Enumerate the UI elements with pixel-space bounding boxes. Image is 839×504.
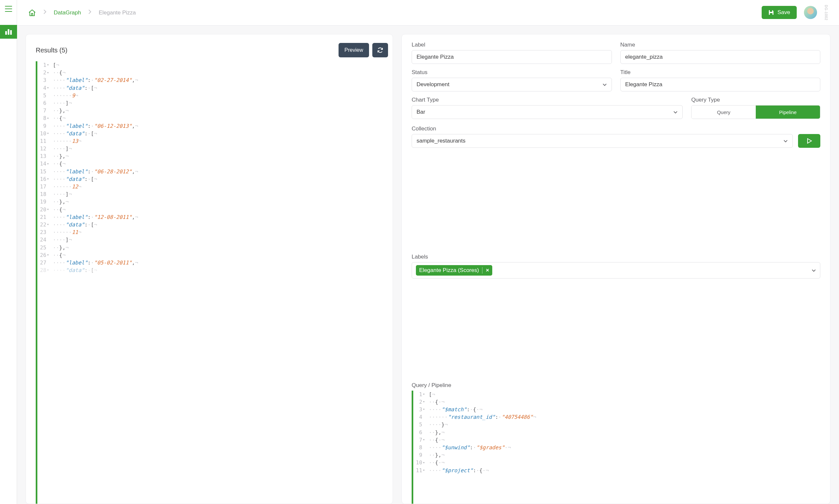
svg-rect-0 bbox=[5, 31, 7, 35]
results-title: Results (5) bbox=[36, 47, 68, 54]
labels-select[interactable]: Elegante Pizza (Scores) × bbox=[412, 262, 820, 278]
config-panel: Label Name Status Development bbox=[401, 34, 831, 504]
label-input[interactable] bbox=[412, 50, 612, 64]
menu-icon[interactable] bbox=[5, 6, 12, 12]
save-button[interactable]: Save bbox=[762, 6, 797, 19]
title-input[interactable] bbox=[620, 78, 821, 91]
chart-type-lbl: Chart Type bbox=[412, 97, 683, 103]
version-badge: DG-1002 bbox=[824, 5, 828, 21]
breadcrumb: DataGraph Elegante Pizza bbox=[28, 9, 136, 16]
status-lbl: Status bbox=[412, 69, 612, 76]
reports-nav-icon[interactable] bbox=[0, 25, 17, 39]
label-chip-text: Elegante Pizza (Scores) bbox=[419, 267, 479, 274]
name-input[interactable] bbox=[620, 50, 821, 64]
run-button[interactable] bbox=[798, 134, 820, 148]
svg-rect-2 bbox=[10, 30, 12, 35]
query-type-lbl: Query Type bbox=[691, 97, 820, 103]
home-icon[interactable] bbox=[28, 9, 36, 16]
collection-value: sample_restaurants bbox=[416, 138, 465, 144]
label-lbl: Label bbox=[412, 42, 612, 48]
chart-type-value: Bar bbox=[416, 109, 425, 115]
query-type-option-pipeline[interactable]: Pipeline bbox=[756, 106, 820, 119]
labels-lbl: Labels bbox=[412, 254, 820, 260]
breadcrumb-link[interactable]: DataGraph bbox=[54, 10, 81, 16]
status-select[interactable]: Development bbox=[412, 78, 612, 91]
chevron-down-icon bbox=[673, 111, 678, 114]
left-rail bbox=[0, 0, 17, 504]
query-type-toggle: Query Pipeline bbox=[691, 105, 820, 119]
title-lbl: Title bbox=[620, 69, 821, 76]
chevron-down-icon bbox=[811, 269, 816, 272]
preview-button[interactable]: Preview bbox=[339, 43, 369, 57]
save-button-label: Save bbox=[778, 9, 790, 16]
avatar[interactable] bbox=[804, 6, 817, 19]
chip-remove-icon[interactable]: × bbox=[486, 267, 489, 274]
label-chip: Elegante Pizza (Scores) × bbox=[416, 265, 492, 275]
svg-rect-1 bbox=[7, 29, 9, 35]
name-lbl: Name bbox=[620, 42, 821, 48]
chevron-down-icon bbox=[783, 140, 788, 143]
status-value: Development bbox=[416, 81, 449, 88]
chevron-right-icon bbox=[43, 9, 47, 16]
topbar: DataGraph Elegante Pizza Save DG-1002 bbox=[17, 0, 839, 25]
pipeline-editor[interactable]: 1▾2▾3▾4▾5▾6▾7▾8▾9▾10▾11▾ [¬··{·¬····"$ma… bbox=[412, 391, 820, 504]
refresh-button[interactable] bbox=[372, 43, 388, 57]
breadcrumb-current: Elegante Pizza bbox=[99, 10, 136, 16]
results-panel: Results (5) Preview 1▾2▾3▾4▾5▾6▾7▾8▾9▾10… bbox=[25, 34, 393, 504]
collection-lbl: Collection bbox=[412, 126, 820, 132]
chart-type-select[interactable]: Bar bbox=[412, 105, 683, 119]
chevron-right-icon bbox=[88, 9, 91, 16]
pipeline-lbl: Query / Pipeline bbox=[412, 382, 820, 389]
chevron-down-icon bbox=[602, 83, 607, 86]
collection-select[interactable]: sample_restaurants bbox=[412, 134, 793, 148]
query-type-option-query[interactable]: Query bbox=[692, 106, 756, 119]
main-area: DataGraph Elegante Pizza Save DG-1002 Re… bbox=[17, 0, 839, 504]
results-json-viewer[interactable]: 1▾2▾3▾4▾5▾6▾7▾8▾9▾10▾11▾12▾13▾14▾15▾16▾1… bbox=[36, 61, 388, 504]
